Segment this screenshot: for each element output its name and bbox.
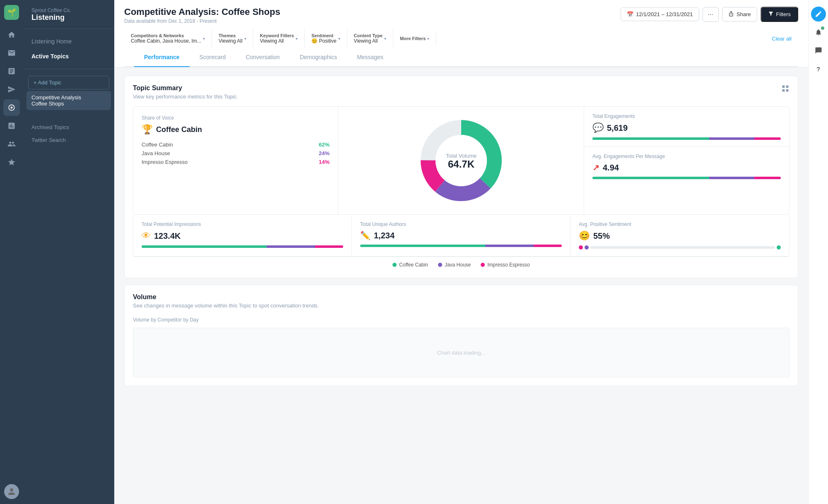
page-subtitle: Data available from Dec 1, 2018 - Presen… bbox=[124, 18, 280, 24]
filter-more[interactable]: More Filters ▾ bbox=[393, 32, 436, 45]
filter-sentiment-label: Sentiment 😊 Positive bbox=[311, 33, 336, 44]
chevron-down-icon: ▾ bbox=[384, 36, 386, 41]
main-content: Competitive Analysis: Coffee Shops Data … bbox=[114, 0, 808, 504]
legend-dot-pink bbox=[481, 263, 485, 267]
pb-teal bbox=[592, 137, 709, 140]
sent-dot-2 bbox=[585, 245, 589, 250]
legend-row: Coffee Cabin Java House Impresso Espress… bbox=[133, 257, 789, 269]
sidebar-item-twitter[interactable]: Twitter Search bbox=[23, 134, 114, 146]
chevron-down-icon: ▾ bbox=[203, 36, 205, 41]
chevron-down-icon: ▾ bbox=[296, 36, 298, 41]
nav-social-icon[interactable] bbox=[3, 136, 20, 152]
sent-bar-empty bbox=[590, 246, 775, 249]
competitor-row-3: Impresso Espresso 14% bbox=[142, 159, 330, 165]
nav-publish-icon[interactable] bbox=[3, 81, 20, 98]
avg-engagements-metric: Avg. Engagements Per Message ↗ 4.94 bbox=[584, 147, 789, 186]
ae-value: 4.94 bbox=[603, 163, 619, 173]
clear-all-button[interactable]: Clear all bbox=[765, 31, 798, 46]
volume-title: Volume bbox=[133, 293, 789, 301]
tab-messages[interactable]: Messages bbox=[347, 48, 393, 67]
notification-badge bbox=[821, 26, 824, 30]
share-label: Share bbox=[737, 11, 751, 17]
filters-icon bbox=[768, 11, 774, 18]
bottom-metrics-row: Total Potential Impressions 👁 123.4K Tot… bbox=[133, 215, 789, 257]
pb-pink bbox=[534, 245, 562, 247]
ae-label: Avg. Engagements Per Message bbox=[592, 154, 781, 159]
share-icon bbox=[728, 11, 734, 18]
filter-competitors[interactable]: Competitors & Networks Coffee Cabin, Jav… bbox=[124, 29, 212, 48]
user-avatar[interactable] bbox=[4, 484, 19, 499]
tab-conversation[interactable]: Conversation bbox=[236, 48, 290, 67]
sentiment-metric: Avg. Positive Sentiment 😊 55% bbox=[570, 215, 789, 256]
imp-value-row: 👁 123.4K bbox=[142, 230, 343, 241]
topic-summary-card: Topic Summary View key performance metri… bbox=[124, 76, 798, 278]
filter-sentiment[interactable]: Sentiment 😊 Positive ▾ bbox=[305, 29, 347, 48]
auth-progress-bar bbox=[360, 245, 562, 247]
tab-scorecard[interactable]: Scorecard bbox=[190, 48, 236, 67]
nav-tasks-icon[interactable] bbox=[3, 63, 20, 79]
compose-button[interactable] bbox=[811, 7, 826, 22]
page-title-row: Competitive Analysis: Coffee Shops Data … bbox=[124, 7, 798, 24]
competitor-name-2: Java House bbox=[142, 150, 170, 156]
notifications-button[interactable] bbox=[811, 25, 826, 40]
sidebar-item-active-topics[interactable]: Active Topics bbox=[23, 49, 114, 64]
tabs-row: Performance Scorecard Conversation Demog… bbox=[124, 48, 798, 67]
header-actions: 📅 12/1/2021 – 12/31/2021 ··· Share Filte… bbox=[621, 7, 798, 22]
legend-java-house: Java House bbox=[438, 262, 471, 268]
chevron-down-icon: ▾ bbox=[427, 36, 429, 41]
filter-keywords[interactable]: Keyword Filters Viewing All ▾ bbox=[253, 29, 305, 48]
pb-purple bbox=[267, 245, 315, 248]
competitor-pct-3: 14% bbox=[319, 159, 330, 165]
nav-reports-icon[interactable] bbox=[3, 118, 20, 134]
topic-line2: Coffee Shops bbox=[31, 101, 106, 107]
legend-label-2: Java House bbox=[445, 262, 471, 268]
filters-button[interactable]: Filters bbox=[761, 7, 798, 22]
summary-main-grid: Share of Voice 🏆 Coffee Cabin Coffee Cab… bbox=[133, 106, 789, 215]
sidebar-item-archived[interactable]: Archived Topics bbox=[23, 121, 114, 134]
add-topic-button[interactable]: + Add Topic bbox=[28, 76, 109, 89]
sent-value: 55% bbox=[593, 231, 610, 241]
more-options-button[interactable]: ··· bbox=[703, 7, 719, 22]
total-engagements-metric: Total Engagements 💬 5,619 bbox=[584, 107, 789, 147]
trending-up-icon: ↗ bbox=[592, 163, 599, 173]
sent-dot-1 bbox=[579, 245, 583, 250]
tab-demographics[interactable]: Demographics bbox=[290, 48, 347, 67]
date-range-button[interactable]: 📅 12/1/2021 – 12/31/2021 bbox=[621, 7, 699, 21]
filter-themes[interactable]: Themes Viewing All ▾ bbox=[212, 29, 253, 48]
filter-competitors-label: Competitors & Networks Coffee Cabin, Jav… bbox=[131, 33, 201, 44]
filter-bar: Competitors & Networks Coffee Cabin, Jav… bbox=[124, 29, 798, 48]
nav-inbox-icon[interactable] bbox=[3, 45, 20, 61]
ae-value-row: ↗ 4.94 bbox=[592, 163, 781, 173]
help-button[interactable]: ? bbox=[811, 61, 826, 76]
nav-home-icon[interactable] bbox=[3, 26, 20, 43]
sidebar-topic-competitive[interactable]: Competitive Analysis Coffee Shops bbox=[26, 91, 111, 110]
pencil-icon: ✏️ bbox=[360, 230, 371, 240]
donut-chart-panel: Total Volume 64.7K bbox=[338, 107, 584, 214]
nav-advocacy-icon[interactable] bbox=[3, 154, 20, 170]
filter-content-type[interactable]: Content Type Viewing All ▾ bbox=[347, 29, 393, 48]
messages-button[interactable] bbox=[811, 43, 826, 58]
filters-label: Filters bbox=[776, 11, 791, 17]
title-block: Competitive Analysis: Coffee Shops Data … bbox=[124, 7, 280, 24]
product-name: Listening bbox=[31, 13, 106, 22]
sidebar-item-listening-home[interactable]: Listening Home bbox=[23, 34, 114, 49]
nav-listening-icon[interactable] bbox=[3, 99, 20, 116]
pb-teal bbox=[142, 245, 267, 248]
legend-dot-purple bbox=[438, 263, 442, 267]
tab-performance[interactable]: Performance bbox=[134, 48, 190, 67]
sidebar: Sprout Coffee Co. Listening Listening Ho… bbox=[23, 0, 114, 504]
share-button[interactable]: Share bbox=[722, 7, 757, 22]
pb-teal bbox=[360, 245, 485, 247]
volume-card: Volume See changes in message volume wit… bbox=[124, 285, 798, 386]
top-header: Competitive Analysis: Coffee Shops Data … bbox=[114, 0, 808, 67]
winner-name: Coffee Cabin bbox=[156, 125, 202, 134]
app-logo: 🌱 bbox=[4, 5, 19, 20]
speech-bubble-icon: 💬 bbox=[592, 122, 604, 133]
volume-subtitle: See changes in message volume within thi… bbox=[133, 302, 789, 309]
topic-summary-subtitle: View key performance metrics for this To… bbox=[133, 94, 238, 100]
grid-view-icon[interactable] bbox=[781, 84, 789, 95]
right-metrics-panel: Total Engagements 💬 5,619 Avg bbox=[584, 107, 789, 214]
auth-value: 1,234 bbox=[374, 231, 395, 240]
topic-line1: Competitive Analysis bbox=[31, 94, 106, 101]
legend-dot-teal bbox=[392, 263, 397, 267]
